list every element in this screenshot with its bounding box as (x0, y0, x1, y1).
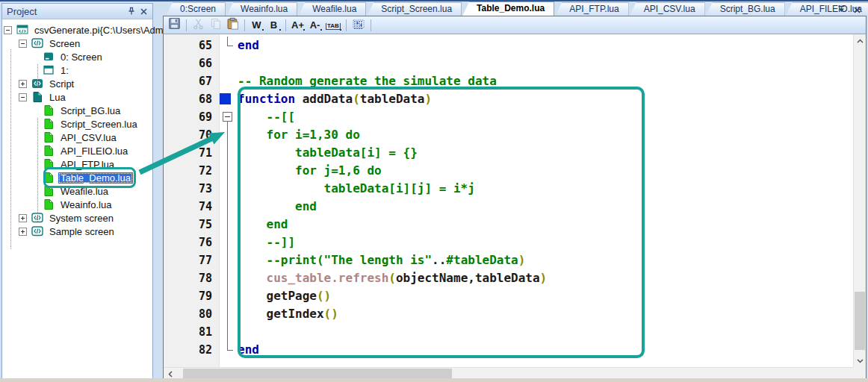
tree-item-weafile-lua[interactable]: Weafile.lua (2, 184, 152, 198)
scroll-down-icon[interactable] (854, 354, 866, 367)
tree-item-1-[interactable]: 1: (2, 63, 152, 77)
code-line[interactable]: 70 for i=1,30 do (164, 126, 853, 144)
tab-table-demo-lua[interactable]: Table_Demo.lua (462, 1, 554, 16)
fold-margin[interactable] (220, 305, 238, 323)
save-button[interactable] (167, 18, 182, 33)
font-black-button[interactable]: B (266, 18, 282, 33)
tab-api-ftp-lua[interactable]: API_FTP.lua (555, 2, 628, 16)
lua-file-icon (43, 198, 55, 210)
expand-icon[interactable] (19, 80, 27, 88)
code-line[interactable]: 71 tableData[i] = {} (164, 144, 853, 162)
scroll-up-icon[interactable] (854, 34, 866, 47)
code-line[interactable]: 67-- Random generate the simulate data (164, 72, 853, 90)
fold-margin[interactable] (220, 251, 238, 269)
fold-margin[interactable] (220, 198, 238, 216)
line-number: 82 (164, 343, 220, 357)
line-number: 79 (164, 289, 220, 303)
tree-item-api-ftp-lua[interactable]: API_FTP.lua (2, 157, 152, 171)
panel-close-icon[interactable] (137, 5, 149, 17)
vertical-scrollbar-thumb[interactable] (855, 292, 865, 350)
collapse-icon[interactable] (19, 40, 27, 48)
fold-line-icon (227, 269, 228, 287)
cut-button[interactable] (190, 18, 206, 33)
vertical-scrollbar[interactable] (853, 34, 866, 367)
code-segment: --]] (238, 235, 295, 249)
fold-margin[interactable] (220, 216, 238, 234)
tree-item-api-csv-lua[interactable]: API_CSV.lua (2, 131, 152, 144)
code-line[interactable]: 69 --[[ (164, 108, 853, 126)
fold-collapse-icon[interactable] (223, 112, 232, 122)
fold-margin[interactable] (220, 126, 238, 144)
tree-item-weainfo-lua[interactable]: Weainfo.lua (2, 198, 152, 211)
code-line[interactable]: 72 for j=1,6 do (164, 162, 853, 180)
tab-weafile-lua[interactable]: Weafile.lua (298, 2, 366, 16)
tree-item-script-screen-lua[interactable]: Script_Screen.lua (2, 117, 152, 131)
fold-margin[interactable] (220, 90, 238, 108)
collapse-icon[interactable] (4, 26, 12, 34)
code-line[interactable]: 68function addData(tableData) (164, 90, 853, 108)
tree-item-csvgenerate-pi-c-users-adminis[interactable]: csvGenerate.pi{C:\Users\Adminis (2, 23, 152, 37)
tree-item-sample-screen[interactable]: Sample screen (2, 225, 152, 238)
tree-item-script[interactable]: Script (2, 77, 152, 90)
code-line[interactable]: 80 getIndex() (164, 305, 853, 323)
tree-item-api-fileio-lua[interactable]: API_FILEIO.lua (2, 144, 152, 157)
code-text: --print("The length is"..#tableData) (238, 251, 853, 269)
code-line[interactable]: 78 cus_table.refresh(objectName,tableDat… (164, 269, 853, 287)
tab-scroll-icon[interactable] (837, 4, 847, 14)
fold-margin[interactable] (220, 234, 238, 251)
expand-icon[interactable] (19, 214, 27, 222)
fold-margin[interactable] (220, 37, 238, 54)
dropdown-dot-icon (340, 29, 341, 31)
tab-0-screen[interactable]: 0:Screen (166, 2, 226, 16)
tab-insert-button[interactable]: TAB (324, 18, 342, 33)
fold-margin[interactable] (220, 180, 238, 198)
tab-label: Table_Demo.lua (477, 3, 545, 13)
font-smaller-button[interactable]: A- (307, 18, 323, 33)
horizontal-scrollbar-thumb[interactable] (183, 369, 452, 379)
code-line[interactable]: 76 --]] (164, 234, 853, 251)
font-bigger-button[interactable]: A+ (290, 18, 306, 33)
fold-margin[interactable] (220, 162, 238, 180)
paste-button[interactable] (225, 18, 241, 33)
fold-margin[interactable] (220, 323, 238, 341)
code-editor[interactable]: 65end6667-- Random generate the simulate… (164, 34, 853, 367)
collapse-icon[interactable] (19, 93, 27, 101)
tree-item-script-bg-lua[interactable]: Script_BG.lua (2, 104, 152, 117)
tree-item-0-screen[interactable]: 0: Screen (2, 50, 152, 63)
fold-margin[interactable] (220, 72, 238, 90)
pin-icon[interactable] (125, 5, 137, 17)
fold-margin[interactable] (220, 287, 238, 305)
fold-margin[interactable] (220, 269, 238, 287)
code-line[interactable]: 81 (164, 323, 853, 341)
code-segment (238, 271, 267, 285)
tab-controls (837, 4, 864, 14)
tree-item-system-screen[interactable]: System screen (2, 211, 152, 225)
tab-script-bg-lua[interactable]: Script_BG.lua (706, 2, 785, 16)
tab-close-icon[interactable] (853, 4, 864, 14)
tab-api-csv-lua[interactable]: API_CSV.lua (630, 2, 705, 16)
tree-item-table-demo-lua[interactable]: Table_Demo.lua (2, 171, 152, 184)
tab-script-screen-lua[interactable]: Script_Screen.lua (367, 2, 462, 16)
fold-margin[interactable] (220, 144, 238, 162)
grid-button[interactable] (350, 18, 367, 33)
fold-margin[interactable] (220, 341, 238, 359)
code-line[interactable]: 77 --print("The length is"..#tableData) (164, 251, 853, 269)
tree-item-screen[interactable]: Screen (2, 37, 152, 50)
tab-weainfo-lua[interactable]: Weainfo.lua (226, 2, 297, 16)
fold-line-icon (227, 305, 228, 323)
code-line[interactable]: 65end (164, 37, 853, 54)
font-white-button[interactable]: W (249, 18, 264, 33)
fold-margin[interactable] (220, 108, 238, 126)
code-line[interactable]: 79 getPage() (164, 287, 853, 305)
code-line[interactable]: 74 end (164, 198, 853, 216)
code-line[interactable]: 75 end (164, 216, 853, 234)
tab-label: Script_BG.lua (720, 4, 775, 14)
expand-icon[interactable] (19, 228, 27, 236)
code-line[interactable]: 66 (164, 54, 853, 72)
fold-margin[interactable] (220, 54, 238, 72)
code-segment: cus_table.refresh (267, 271, 389, 285)
code-line[interactable]: 82end (164, 341, 853, 359)
code-line[interactable]: 73 tableData[i][j] = i*j (164, 180, 853, 198)
tree-item-lua[interactable]: Lua (2, 90, 152, 104)
copy-button[interactable] (208, 18, 223, 33)
